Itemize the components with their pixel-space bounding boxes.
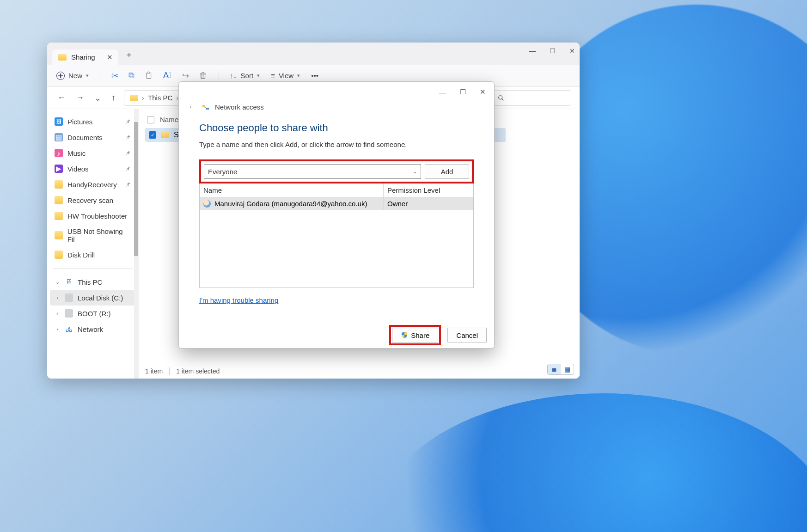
nav-back-button[interactable]: ← (188, 102, 196, 112)
user-avatar-icon (203, 200, 211, 208)
sidebar-item-pictures[interactable]: 🖼Pictures📌︎ (50, 114, 135, 129)
sidebar-item-label: Network (78, 325, 103, 333)
chevron-down-icon[interactable]: ⌄ (413, 169, 417, 175)
paste-icon[interactable]: 📋︎ (145, 71, 153, 80)
scrollbar-thumb[interactable] (134, 122, 138, 256)
column-header-name[interactable]: Name (200, 183, 384, 197)
sidebar-item-thispc[interactable]: ⌄🖥This PC (50, 274, 135, 290)
sidebar-item-label: Documents (67, 134, 103, 141)
sidebar-item-label: BOOT (R:) (78, 310, 110, 318)
svg-point-0 (499, 95, 502, 99)
cut-icon[interactable]: ✂ (111, 71, 118, 81)
sort-label: Sort (241, 72, 254, 79)
more-button[interactable]: ••• (311, 72, 318, 79)
window-close-button[interactable]: ✕ (569, 47, 575, 55)
sidebar-item-label: Recovery scan (67, 196, 113, 204)
chevron-right-icon: › (55, 326, 60, 332)
sidebar-item-localdisk[interactable]: ›Local Disk (C:) (50, 290, 135, 306)
sidebar-item-label: Music (67, 149, 86, 157)
nav-forward-button[interactable]: → (74, 91, 86, 104)
sidebar-item-videos[interactable]: ▶Videos📌︎ (50, 161, 135, 177)
breadcrumb[interactable]: › This PC › (124, 90, 184, 106)
breadcrumb-segment[interactable]: This PC (148, 94, 172, 102)
share-with-combobox[interactable]: Everyone ⌄ (204, 164, 421, 179)
checkbox-checked[interactable]: ✓ (149, 131, 156, 139)
chevron-right-icon: › (142, 94, 144, 102)
sidebar-item-handyrecovery[interactable]: HandyRecovery📌︎ (50, 177, 135, 192)
sidebar-item-boot[interactable]: ›BOOT (R:) (50, 306, 135, 321)
view-button[interactable]: ≡ View ▾ (271, 72, 300, 79)
folder-icon (55, 231, 63, 239)
status-bar: 1 item 1 item selected (145, 367, 220, 375)
sidebar-item-label: Local Disk (C:) (78, 294, 123, 302)
window-maximize-button[interactable]: ☐ (550, 47, 556, 55)
sidebar-item-documents[interactable]: ▤Documents📌︎ (50, 129, 135, 145)
dialog-subheading: Type a name and then click Add, or click… (199, 141, 474, 148)
sidebar-item-diskdrill[interactable]: Disk Drill (50, 247, 135, 263)
sidebar-item-music[interactable]: ♪Music📌︎ (50, 145, 135, 161)
rename-icon[interactable]: Aͮ (163, 71, 172, 80)
share-icon[interactable]: ↪ (182, 71, 189, 81)
dialog-title: Network access (215, 103, 264, 111)
sidebar-item-hwtroubleshooter[interactable]: HW Troubleshooter (50, 208, 135, 224)
dialog-minimize-button[interactable]: — (439, 88, 446, 96)
share-button-label: Share (411, 331, 429, 339)
tab-title: Sharing (71, 53, 95, 61)
status-item-count: 1 item (145, 367, 163, 375)
documents-icon: ▤ (55, 133, 63, 141)
user-name: Manuviraj Godara (manugodara94@yahoo.co.… (214, 200, 367, 208)
drive-icon (65, 294, 73, 302)
highlight-add-user: Everyone ⌄ Add (199, 159, 474, 183)
folder-icon (130, 95, 138, 101)
sidebar-item-label: HW Troubleshooter (67, 212, 127, 220)
dialog-maximize-button[interactable]: ☐ (460, 88, 466, 96)
sidebar-item-usbnotshowing[interactable]: USB Not Showing Fil (50, 224, 135, 247)
folder-icon (58, 54, 67, 61)
window-minimize-button[interactable]: — (529, 47, 536, 55)
share-button[interactable]: Share (392, 328, 438, 342)
sidebar-item-recoveryscan[interactable]: Recovery scan (50, 192, 135, 208)
view-label: View (279, 72, 293, 79)
nav-back-button[interactable]: ← (55, 91, 67, 104)
separator (169, 367, 170, 375)
status-selected-count: 1 item selected (176, 367, 220, 375)
folder-icon (55, 251, 63, 259)
list-icon: ≡ (271, 72, 275, 79)
chevron-down-icon: ▾ (86, 73, 89, 79)
details-view-icon[interactable]: ≣ (548, 364, 561, 374)
column-header-name[interactable]: Name (160, 116, 178, 123)
trouble-sharing-link[interactable]: I'm having trouble sharing (199, 296, 278, 304)
nav-up-button[interactable]: ↑ (110, 91, 117, 104)
tiles-view-icon[interactable]: ▦ (561, 364, 574, 374)
new-label: New (68, 72, 82, 79)
select-all-checkbox[interactable] (147, 116, 154, 123)
column-header-permission[interactable]: Permission Level (384, 183, 473, 197)
folder-icon (55, 180, 63, 189)
sidebar-item-network[interactable]: ›🖧Network (50, 321, 135, 337)
new-button[interactable]: New ▾ (56, 72, 89, 80)
cancel-button[interactable]: Cancel (447, 328, 487, 342)
drive-icon (65, 309, 73, 318)
search-input[interactable] (493, 90, 571, 106)
add-button[interactable]: Add (425, 164, 469, 179)
view-mode-toggle[interactable]: ≣ ▦ (547, 364, 574, 375)
table-row[interactable]: Manuviraj Godara (manugodara94@yahoo.co.… (200, 197, 473, 210)
sidebar-item-label: Disk Drill (67, 251, 95, 259)
uac-shield-icon (401, 331, 408, 339)
combobox-value: Everyone (208, 168, 237, 176)
dialog-titlebar: — ☐ ✕ (179, 82, 494, 102)
dialog-footer: Share Cancel (179, 322, 494, 348)
explorer-tab[interactable]: Sharing ✕ (52, 49, 118, 65)
sidebar-item-label: Pictures (67, 118, 92, 126)
divider (53, 268, 133, 269)
pc-icon: 🖥 (65, 278, 73, 286)
tab-close-icon[interactable]: ✕ (107, 53, 113, 61)
sort-button[interactable]: ↑↓ Sort ▾ (230, 72, 260, 79)
copy-icon[interactable]: ⧉ (128, 71, 134, 80)
delete-icon[interactable]: 🗑︎ (199, 71, 208, 80)
wallpaper-decoration (373, 393, 807, 532)
new-tab-button[interactable]: ＋ (118, 44, 140, 65)
search-icon (498, 95, 504, 101)
dialog-close-button[interactable]: ✕ (480, 88, 486, 96)
nav-recent-button[interactable]: ⌄ (92, 91, 103, 105)
